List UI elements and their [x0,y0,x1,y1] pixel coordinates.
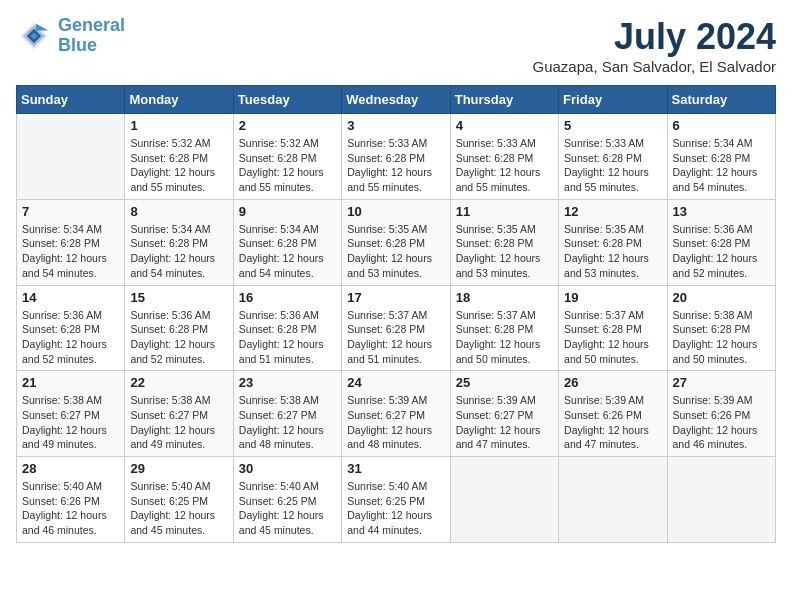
day-detail: Sunrise: 5:38 AM Sunset: 6:27 PM Dayligh… [130,393,227,452]
day-number: 25 [456,375,553,390]
day-detail: Sunrise: 5:32 AM Sunset: 6:28 PM Dayligh… [239,136,336,195]
day-detail: Sunrise: 5:40 AM Sunset: 6:25 PM Dayligh… [347,479,444,538]
day-number: 6 [673,118,770,133]
day-detail: Sunrise: 5:39 AM Sunset: 6:27 PM Dayligh… [456,393,553,452]
day-detail: Sunrise: 5:37 AM Sunset: 6:28 PM Dayligh… [456,308,553,367]
day-number: 3 [347,118,444,133]
day-number: 27 [673,375,770,390]
calendar-day-cell: 8 Sunrise: 5:34 AM Sunset: 6:28 PM Dayli… [125,199,233,285]
day-detail: Sunrise: 5:33 AM Sunset: 6:28 PM Dayligh… [564,136,661,195]
day-detail: Sunrise: 5:33 AM Sunset: 6:28 PM Dayligh… [456,136,553,195]
day-number: 11 [456,204,553,219]
day-number: 14 [22,290,119,305]
calendar-day-cell: 17 Sunrise: 5:37 AM Sunset: 6:28 PM Dayl… [342,285,450,371]
calendar-day-cell: 27 Sunrise: 5:39 AM Sunset: 6:26 PM Dayl… [667,371,775,457]
weekday-header: Monday [125,86,233,114]
calendar-week-row: 28 Sunrise: 5:40 AM Sunset: 6:26 PM Dayl… [17,457,776,543]
day-detail: Sunrise: 5:32 AM Sunset: 6:28 PM Dayligh… [130,136,227,195]
logo: General Blue [16,16,125,56]
day-detail: Sunrise: 5:39 AM Sunset: 6:27 PM Dayligh… [347,393,444,452]
day-detail: Sunrise: 5:34 AM Sunset: 6:28 PM Dayligh… [239,222,336,281]
day-detail: Sunrise: 5:36 AM Sunset: 6:28 PM Dayligh… [130,308,227,367]
calendar-day-cell [667,457,775,543]
day-detail: Sunrise: 5:34 AM Sunset: 6:28 PM Dayligh… [22,222,119,281]
calendar-day-cell: 14 Sunrise: 5:36 AM Sunset: 6:28 PM Dayl… [17,285,125,371]
day-number: 31 [347,461,444,476]
weekday-header: Thursday [450,86,558,114]
day-detail: Sunrise: 5:35 AM Sunset: 6:28 PM Dayligh… [347,222,444,281]
calendar-day-cell: 29 Sunrise: 5:40 AM Sunset: 6:25 PM Dayl… [125,457,233,543]
day-number: 4 [456,118,553,133]
day-number: 5 [564,118,661,133]
calendar-day-cell: 15 Sunrise: 5:36 AM Sunset: 6:28 PM Dayl… [125,285,233,371]
calendar-day-cell: 21 Sunrise: 5:38 AM Sunset: 6:27 PM Dayl… [17,371,125,457]
calendar-week-row: 14 Sunrise: 5:36 AM Sunset: 6:28 PM Dayl… [17,285,776,371]
day-number: 13 [673,204,770,219]
day-number: 19 [564,290,661,305]
logo-line1: General [58,15,125,35]
calendar-day-cell: 5 Sunrise: 5:33 AM Sunset: 6:28 PM Dayli… [559,114,667,200]
day-number: 9 [239,204,336,219]
logo-text: General Blue [58,16,125,56]
calendar-day-cell: 12 Sunrise: 5:35 AM Sunset: 6:28 PM Dayl… [559,199,667,285]
day-number: 23 [239,375,336,390]
page-header: General Blue July 2024 Guazapa, San Salv… [16,16,776,75]
location: Guazapa, San Salvador, El Salvador [533,58,777,75]
calendar-day-cell: 28 Sunrise: 5:40 AM Sunset: 6:26 PM Dayl… [17,457,125,543]
weekday-header: Sunday [17,86,125,114]
weekday-header: Tuesday [233,86,341,114]
weekday-header-row: SundayMondayTuesdayWednesdayThursdayFrid… [17,86,776,114]
day-detail: Sunrise: 5:37 AM Sunset: 6:28 PM Dayligh… [347,308,444,367]
day-number: 24 [347,375,444,390]
day-detail: Sunrise: 5:34 AM Sunset: 6:28 PM Dayligh… [130,222,227,281]
day-detail: Sunrise: 5:36 AM Sunset: 6:28 PM Dayligh… [239,308,336,367]
day-detail: Sunrise: 5:37 AM Sunset: 6:28 PM Dayligh… [564,308,661,367]
calendar-week-row: 1 Sunrise: 5:32 AM Sunset: 6:28 PM Dayli… [17,114,776,200]
day-number: 10 [347,204,444,219]
day-number: 8 [130,204,227,219]
calendar-week-row: 21 Sunrise: 5:38 AM Sunset: 6:27 PM Dayl… [17,371,776,457]
day-number: 7 [22,204,119,219]
calendar-day-cell: 7 Sunrise: 5:34 AM Sunset: 6:28 PM Dayli… [17,199,125,285]
calendar-day-cell: 16 Sunrise: 5:36 AM Sunset: 6:28 PM Dayl… [233,285,341,371]
day-detail: Sunrise: 5:35 AM Sunset: 6:28 PM Dayligh… [456,222,553,281]
calendar-day-cell: 24 Sunrise: 5:39 AM Sunset: 6:27 PM Dayl… [342,371,450,457]
calendar-day-cell: 25 Sunrise: 5:39 AM Sunset: 6:27 PM Dayl… [450,371,558,457]
calendar-day-cell: 11 Sunrise: 5:35 AM Sunset: 6:28 PM Dayl… [450,199,558,285]
calendar-day-cell: 22 Sunrise: 5:38 AM Sunset: 6:27 PM Dayl… [125,371,233,457]
day-number: 12 [564,204,661,219]
calendar-day-cell: 3 Sunrise: 5:33 AM Sunset: 6:28 PM Dayli… [342,114,450,200]
calendar-day-cell [450,457,558,543]
calendar-day-cell: 23 Sunrise: 5:38 AM Sunset: 6:27 PM Dayl… [233,371,341,457]
calendar-day-cell: 31 Sunrise: 5:40 AM Sunset: 6:25 PM Dayl… [342,457,450,543]
logo-icon [16,18,52,54]
weekday-header: Wednesday [342,86,450,114]
day-detail: Sunrise: 5:40 AM Sunset: 6:25 PM Dayligh… [239,479,336,538]
day-detail: Sunrise: 5:35 AM Sunset: 6:28 PM Dayligh… [564,222,661,281]
day-number: 21 [22,375,119,390]
day-detail: Sunrise: 5:39 AM Sunset: 6:26 PM Dayligh… [673,393,770,452]
calendar-day-cell: 30 Sunrise: 5:40 AM Sunset: 6:25 PM Dayl… [233,457,341,543]
day-detail: Sunrise: 5:40 AM Sunset: 6:25 PM Dayligh… [130,479,227,538]
day-number: 28 [22,461,119,476]
calendar-day-cell: 10 Sunrise: 5:35 AM Sunset: 6:28 PM Dayl… [342,199,450,285]
logo-line2: Blue [58,35,97,55]
day-number: 30 [239,461,336,476]
calendar-table: SundayMondayTuesdayWednesdayThursdayFrid… [16,85,776,543]
day-number: 1 [130,118,227,133]
calendar-day-cell: 13 Sunrise: 5:36 AM Sunset: 6:28 PM Dayl… [667,199,775,285]
calendar-day-cell: 19 Sunrise: 5:37 AM Sunset: 6:28 PM Dayl… [559,285,667,371]
day-detail: Sunrise: 5:40 AM Sunset: 6:26 PM Dayligh… [22,479,119,538]
day-detail: Sunrise: 5:39 AM Sunset: 6:26 PM Dayligh… [564,393,661,452]
day-number: 17 [347,290,444,305]
day-number: 15 [130,290,227,305]
day-number: 29 [130,461,227,476]
day-number: 2 [239,118,336,133]
day-detail: Sunrise: 5:33 AM Sunset: 6:28 PM Dayligh… [347,136,444,195]
day-detail: Sunrise: 5:38 AM Sunset: 6:27 PM Dayligh… [22,393,119,452]
day-number: 26 [564,375,661,390]
calendar-week-row: 7 Sunrise: 5:34 AM Sunset: 6:28 PM Dayli… [17,199,776,285]
title-section: July 2024 Guazapa, San Salvador, El Salv… [533,16,777,75]
day-number: 20 [673,290,770,305]
day-detail: Sunrise: 5:36 AM Sunset: 6:28 PM Dayligh… [22,308,119,367]
